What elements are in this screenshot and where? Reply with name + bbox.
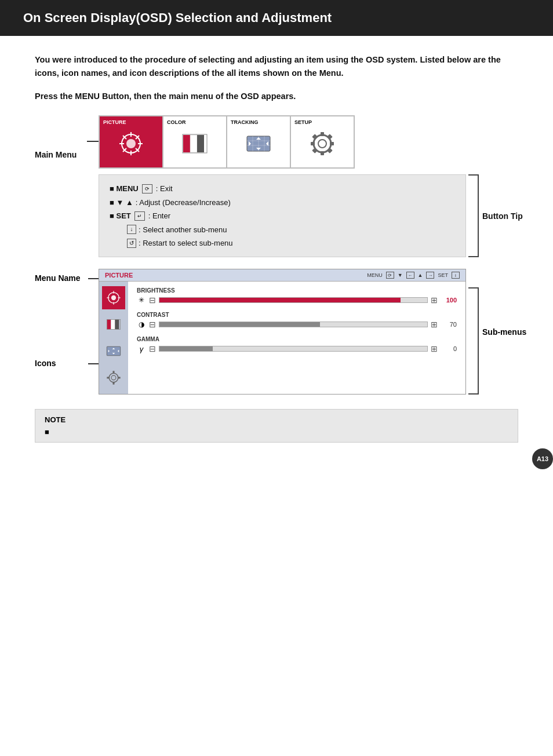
gamma-minus: ⊟ bbox=[149, 344, 156, 353]
ctrl-set: SET bbox=[438, 272, 448, 278]
svg-rect-10 bbox=[183, 135, 190, 152]
note-title: NOTE bbox=[45, 415, 508, 424]
sidebar-icon-picture bbox=[102, 286, 125, 309]
brightness-value: 100 bbox=[441, 297, 457, 304]
svg-point-1 bbox=[126, 139, 136, 148]
svg-point-51 bbox=[109, 374, 118, 383]
svg-rect-56 bbox=[118, 377, 121, 379]
gamma-icon: γ bbox=[137, 345, 146, 353]
brightness-minus: ⊟ bbox=[149, 295, 156, 305]
button-tip-box: ■ MENU ⟳ : Exit ■ ▼ ▲ : Adjust (Decrease… bbox=[99, 174, 466, 257]
osd-title-bar: PICTURE MENU ⟳ ▼ ← ▲ → SET i bbox=[99, 269, 465, 282]
svg-rect-12 bbox=[197, 135, 204, 152]
gamma-value: 0 bbox=[441, 345, 457, 352]
tip-restart-text: : Restart to select sub-menu bbox=[139, 236, 233, 250]
restart-key-icon: ↺ bbox=[127, 239, 136, 248]
ctrl-down-icon: ← bbox=[406, 272, 414, 279]
sidebar-icon-tracking bbox=[102, 339, 125, 363]
osd-sliders: BRIGHTNESS ✳ ⊟ ⊞ 100 bbox=[128, 282, 465, 394]
sub-menus-label: Sub-menus bbox=[482, 327, 526, 337]
contrast-label: CONTRAST bbox=[137, 312, 457, 318]
down-key-icon: ↓ bbox=[127, 225, 136, 234]
tab-label-color: COLOR bbox=[163, 119, 186, 125]
osd-panel: PICTURE MENU ⟳ ▼ ← ▲ → SET i bbox=[99, 269, 466, 395]
label-main-menu: Main Menu bbox=[35, 133, 99, 159]
svg-rect-27 bbox=[321, 132, 324, 136]
gamma-plus: ⊞ bbox=[431, 344, 438, 353]
contrast-icon: ◑ bbox=[137, 320, 146, 328]
svg-rect-42 bbox=[111, 320, 115, 330]
button-tip-label: Button Tip bbox=[482, 211, 523, 221]
brightness-plus: ⊞ bbox=[431, 295, 438, 305]
page-number: A13 bbox=[532, 448, 553, 469]
svg-rect-53 bbox=[112, 371, 114, 374]
contrast-fill bbox=[159, 322, 320, 327]
brightness-fill bbox=[159, 298, 401, 302]
tab-icon-tracking bbox=[243, 127, 275, 159]
menu-tab-tracking[interactable]: TRACKING bbox=[227, 116, 290, 168]
sidebar-icon-setup bbox=[102, 366, 125, 389]
set-key-icon: ↵ bbox=[134, 211, 145, 221]
svg-point-52 bbox=[111, 375, 116, 380]
menu-tab-color[interactable]: COLOR bbox=[163, 116, 227, 168]
contrast-minus: ⊟ bbox=[149, 320, 156, 329]
ctrl-menu-icon: ⟳ bbox=[386, 272, 394, 279]
note-bullet: ■ bbox=[45, 428, 508, 436]
ctrl-up: ▲ bbox=[418, 272, 423, 278]
label-menu-name: Menu Name bbox=[35, 273, 81, 283]
tip-select-text: : Select another sub-menu bbox=[139, 223, 227, 236]
contrast-plus: ⊞ bbox=[431, 320, 438, 329]
ctrl-menu: MENU bbox=[367, 272, 383, 278]
gamma-label: GAMMA bbox=[137, 336, 457, 342]
brightness-icon: ✳ bbox=[137, 296, 146, 304]
tab-label-tracking: TRACKING bbox=[227, 119, 259, 125]
svg-rect-54 bbox=[112, 382, 114, 385]
sidebar-icon-color bbox=[102, 313, 125, 336]
brightness-label: BRIGHTNESS bbox=[137, 287, 457, 294]
contrast-slider: CONTRAST ◑ ⊟ ⊞ 70 bbox=[137, 312, 457, 329]
ctrl-down: ▼ bbox=[398, 272, 403, 278]
tab-label-picture: PICTURE bbox=[100, 119, 126, 125]
ctrl-up-icon: → bbox=[426, 272, 434, 279]
osd-controls: MENU ⟳ ▼ ← ▲ → SET i bbox=[367, 272, 460, 279]
menu-tab-picture[interactable]: PICTURE bbox=[99, 116, 163, 168]
gamma-fill bbox=[159, 346, 213, 351]
svg-rect-28 bbox=[321, 151, 324, 155]
tip-line-menu: ■ MENU ⟳ : Exit bbox=[110, 182, 455, 195]
svg-rect-11 bbox=[190, 135, 197, 152]
brightness-row: ✳ ⊟ ⊞ 100 bbox=[137, 295, 457, 305]
tab-label-setup: SETUP bbox=[291, 119, 312, 125]
header-title: On Screen Display(OSD) Selection and Adj… bbox=[23, 10, 332, 25]
osd-panel-title: PICTURE bbox=[105, 272, 133, 279]
contrast-value: 70 bbox=[441, 321, 457, 328]
page-header: On Screen Display(OSD) Selection and Adj… bbox=[0, 0, 553, 36]
tab-icon-setup bbox=[307, 127, 339, 159]
ctrl-set-icon: i bbox=[452, 272, 460, 279]
menu-tab-setup[interactable]: SETUP bbox=[290, 116, 354, 168]
contrast-row: ◑ ⊟ ⊞ 70 bbox=[137, 320, 457, 329]
svg-rect-29 bbox=[311, 142, 315, 145]
tip-line-set: ■ SET ↵ : Enter bbox=[110, 209, 455, 222]
menu-key-icon: ⟳ bbox=[142, 184, 152, 193]
intro-paragraph1: You were introduced to the procedure of … bbox=[35, 53, 518, 80]
press-text: Press the MENU Button, then the main men… bbox=[35, 92, 518, 101]
tip-line-restart: ↺ : Restart to select sub-menu bbox=[110, 236, 455, 250]
brightness-slider: BRIGHTNESS ✳ ⊟ ⊞ 100 bbox=[137, 287, 457, 305]
tab-icon-picture bbox=[115, 127, 147, 159]
osd-body: BRIGHTNESS ✳ ⊟ ⊞ 100 bbox=[99, 282, 465, 394]
note-box: NOTE ■ bbox=[35, 409, 518, 443]
gamma-track bbox=[159, 346, 428, 352]
svg-rect-55 bbox=[107, 377, 109, 379]
tip-line-select: ↓ : Select another sub-menu bbox=[110, 223, 455, 236]
brightness-track bbox=[159, 297, 428, 303]
gamma-slider: GAMMA γ ⊟ ⊞ 0 bbox=[137, 336, 457, 353]
svg-rect-41 bbox=[107, 320, 111, 330]
tab-icon-color bbox=[179, 127, 211, 159]
svg-rect-30 bbox=[330, 142, 334, 145]
osd-icon-sidebar bbox=[99, 282, 128, 394]
svg-point-25 bbox=[314, 135, 331, 152]
tip-line-adjust: ■ ▼ ▲ : Adjust (Decrease/Increase) bbox=[110, 196, 455, 209]
label-icons: Icons bbox=[35, 359, 56, 368]
svg-rect-43 bbox=[115, 320, 119, 330]
tip-set-text: : Enter bbox=[148, 209, 170, 222]
